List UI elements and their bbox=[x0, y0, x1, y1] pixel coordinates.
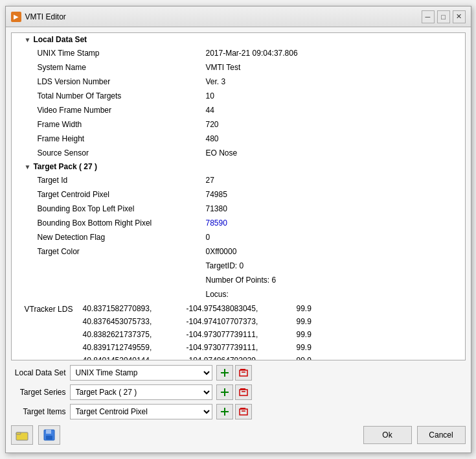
local-dataset-remove-button[interactable] bbox=[235, 365, 252, 381]
tree-row-target-id: Target Id 27 bbox=[12, 173, 465, 187]
tree-row-frame-width: Frame Width 720 bbox=[12, 117, 465, 132]
locus-row-1: 40.8371582770893, -104.975438083045, 99.… bbox=[83, 302, 314, 315]
tree-row-frame-height: Frame Height 480 bbox=[12, 132, 465, 146]
locus-row-5: 40.8401452940144, -104.974064792029, 99.… bbox=[83, 354, 314, 360]
local-dataset-header[interactable]: ▼ Local Data Set bbox=[12, 33, 465, 46]
target-series-control-label: Target Series bbox=[11, 388, 66, 397]
target-items-select[interactable]: Target Centroid Pixel Bounding Box Top L… bbox=[70, 404, 212, 419]
vtracker-label: VTracker LDS bbox=[25, 302, 83, 360]
target-series-add-button[interactable] bbox=[216, 384, 233, 400]
local-dataset-row: Local Data Set UNIX Time Stamp System Na… bbox=[11, 364, 466, 381]
locus-row-3: 40.8382621737375, -104.973077739111, 99.… bbox=[83, 328, 314, 341]
vtracker-locus-container: VTracker LDS 40.8371582770893, -104.9754… bbox=[12, 301, 465, 360]
app-icon: ▶ bbox=[11, 12, 21, 22]
maximize-button[interactable]: □ bbox=[437, 10, 450, 23]
tree-row-total-targets: Total Number Of Targets 10 bbox=[12, 89, 465, 103]
vmti-editor-window: ▶ VMTI Editor ─ □ ✕ ▼ Local Data Set UNI… bbox=[5, 6, 471, 453]
local-dataset-select[interactable]: UNIX Time Stamp System Name LDS Version … bbox=[70, 365, 212, 381]
cancel-button[interactable]: Cancel bbox=[417, 426, 466, 444]
locus-row-2: 40.8376453075733, -104.974107707373, 99.… bbox=[83, 315, 314, 328]
tree-row-numpoints: Number Of Points: 6 bbox=[12, 273, 465, 287]
target-pack-27-label: Target Pack ( 27 ) bbox=[33, 162, 96, 171]
minimize-button[interactable]: ─ bbox=[422, 10, 435, 23]
tree-row-lds-version: LDS Version Number Ver. 3 bbox=[12, 75, 465, 89]
open-file-button[interactable] bbox=[11, 425, 33, 445]
tree-row-bb-bottomright: Bounding Box Bottom Right Pixel 78590 bbox=[12, 216, 465, 230]
local-dataset-control-label: Local Data Set bbox=[11, 368, 66, 377]
svg-rect-3 bbox=[240, 370, 247, 376]
tree-row-centroid-pixel: Target Centroid Pixel 74985 bbox=[12, 187, 465, 202]
tree-panel[interactable]: ▼ Local Data Set UNIX Time Stamp 2017-Ma… bbox=[11, 32, 466, 360]
tree-row-target-color: Target Color 0Xff0000 bbox=[12, 244, 465, 259]
collapse-icon-27: ▼ bbox=[25, 163, 31, 171]
bottom-controls: Local Data Set UNIX Time Stamp System Na… bbox=[11, 364, 466, 447]
svg-rect-6 bbox=[221, 392, 229, 393]
collapse-icon: ▼ bbox=[25, 36, 31, 43]
tree-row-unix-time: UNIX Time Stamp 2017-Mar-21 09:04:37.806 bbox=[12, 46, 465, 60]
target-items-add-button[interactable] bbox=[216, 404, 233, 419]
target-series-select[interactable]: Target Pack ( 27 ) Target Pack ( 28 ) Ta… bbox=[70, 384, 212, 400]
tree-row-locus-label: Locus: bbox=[12, 287, 465, 301]
local-dataset-label: Local Data Set bbox=[33, 35, 87, 44]
locus-row-4: 40.8391712749559, -104.973077739111, 99.… bbox=[83, 341, 314, 354]
target-items-remove-button[interactable] bbox=[235, 404, 252, 419]
tree-row-bb-topleft: Bounding Box Top Left Pixel 71380 bbox=[12, 202, 465, 216]
tree-row-targetid0: TargetID: 0 bbox=[12, 259, 465, 273]
svg-rect-11 bbox=[221, 411, 229, 412]
tree-row-new-detection: New Detection Flag 0 bbox=[12, 230, 465, 244]
tree-row-video-frame: Video Frame Number 44 bbox=[12, 103, 465, 117]
button-row: Ok Cancel bbox=[11, 423, 466, 447]
locus-data: 40.8371582770893, -104.975438083045, 99.… bbox=[83, 302, 314, 360]
close-button[interactable]: ✕ bbox=[453, 10, 466, 23]
svg-rect-1 bbox=[221, 372, 229, 373]
svg-rect-8 bbox=[240, 390, 247, 395]
target-pack-27-header[interactable]: ▼ Target Pack ( 27 ) bbox=[12, 160, 465, 173]
save-file-button[interactable] bbox=[38, 425, 60, 445]
title-bar: ▶ VMTI Editor ─ □ ✕ bbox=[6, 6, 471, 27]
target-series-remove-button[interactable] bbox=[235, 384, 252, 400]
svg-rect-13 bbox=[240, 409, 247, 415]
local-dataset-add-button[interactable] bbox=[216, 365, 233, 381]
target-series-row: Target Series Target Pack ( 27 ) Target … bbox=[11, 384, 466, 401]
svg-rect-19 bbox=[46, 436, 52, 440]
window-title: VMTI Editor bbox=[25, 12, 66, 21]
tree-row-system-name: System Name VMTI Test bbox=[12, 60, 465, 75]
target-items-control-label: Target Items bbox=[11, 407, 66, 416]
ok-button[interactable]: Ok bbox=[363, 426, 412, 444]
tree-row-source-sensor: Source Sensor EO Nose bbox=[12, 146, 465, 160]
main-content: ▼ Local Data Set UNIX Time Stamp 2017-Ma… bbox=[6, 27, 471, 453]
target-items-row: Target Items Target Centroid Pixel Bound… bbox=[11, 403, 466, 420]
svg-rect-16 bbox=[16, 432, 21, 434]
svg-rect-18 bbox=[46, 430, 51, 434]
